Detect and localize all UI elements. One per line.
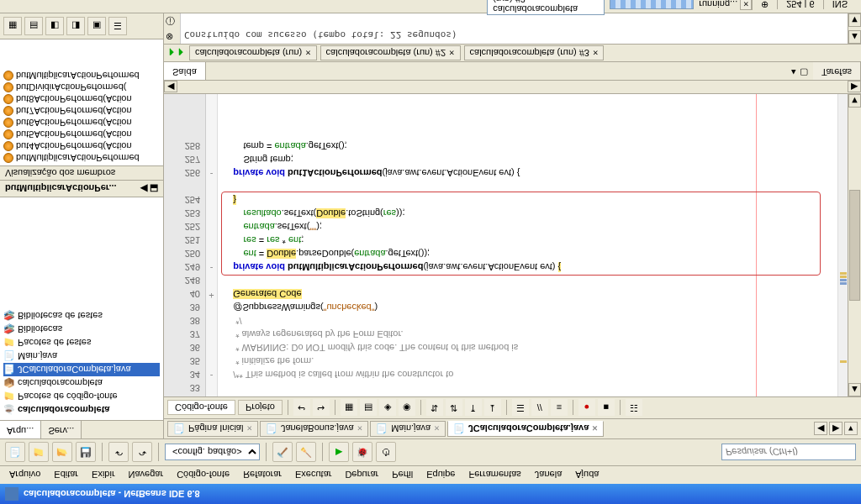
open-button[interactable]: 📂 [52,443,72,463]
output-run-tab[interactable]: calculadoracompleta (run) #3 × [464,45,605,60]
filter-icon[interactable]: ▣ [87,17,106,35]
menu-item[interactable]: Editar [48,469,84,482]
menu-item[interactable]: Ajuda [569,469,605,482]
tree-node[interactable]: 📦calculadoracompleta [3,376,160,390]
filter-icon[interactable]: ▦ [3,17,22,35]
filter-icon[interactable]: ◨ [66,17,85,35]
toolbar-icon[interactable]: ☰ [512,400,529,417]
close-run-icon[interactable]: × [305,48,310,58]
navigator-item[interactable]: but5ActionPerformed(Action [2,129,161,140]
code-line[interactable]: /** This method is called from within th… [223,368,832,381]
clean-build-button[interactable]: 🧹 [296,443,316,463]
history-back-icon[interactable]: ↩ [293,400,310,417]
code-line[interactable]: @SuppressWarnings("unchecked") [223,301,832,314]
filter-icon[interactable]: ☰ [108,17,127,35]
navigator-item[interactable]: but8ActionPerformed(Action [2,93,161,105]
new-project-button[interactable]: 📁 [29,443,49,463]
stop-icon[interactable]: ⊗ [166,29,179,42]
save-all-button[interactable]: 💾 [76,443,96,463]
fold-column[interactable]: -+-- [206,94,218,396]
code-line[interactable]: ent = Double.parseDouble(entrada.getText… [223,247,832,260]
output-text[interactable]: Construído com sucesso (tempo total: 22 … [181,13,848,44]
minimize-icon[interactable]: ▴ [791,65,796,79]
cancel-task-button[interactable]: × [740,0,752,11]
debug-button[interactable]: 🐞 [352,443,372,463]
navigator-item[interactable]: butMultiplicarActionPerformed [2,70,161,81]
horizontal-scrollbar[interactable]: ◀ ▶ [164,81,861,94]
run-button[interactable]: ▶ [329,443,349,463]
code-line[interactable]: */ [223,314,832,328]
code-content[interactable]: /** This method is called from within th… [218,94,837,396]
code-editor[interactable]: 3334353637383940248249250251252253254256… [164,94,861,396]
tree-node[interactable]: 📚Bibliotecas [3,323,160,336]
tree-node[interactable]: 📁Pacotes de testes [3,336,160,349]
history-fwd-icon[interactable]: ↪ [313,400,330,417]
config-select[interactable]: <config. padrão> [165,444,260,461]
code-line[interactable]: * WARNING: Do NOT modify this code. The … [223,341,832,354]
code-line[interactable]: String temp; [223,153,832,166]
code-line[interactable]: res = res * ent; [223,234,832,247]
navigator-item[interactable]: but6ActionPerformed(Action [2,117,161,129]
menu-item[interactable]: Arquivo [3,469,46,482]
source-view-button[interactable]: Código-fonte [167,401,235,416]
file-tab[interactable]: 📄JanelaBonus.java× [260,421,368,437]
toolbar-icon[interactable]: ⤓ [484,400,501,417]
scroll-right-button[interactable]: ▶ [848,81,861,93]
code-line[interactable] [223,274,832,287]
scroll-down-button[interactable]: ▼ [848,94,861,108]
left-tab[interactable]: Serv... [41,421,82,438]
record-macro-icon[interactable]: ● [578,400,595,417]
menu-item[interactable]: Executar [289,469,337,482]
code-line[interactable]: Generated Code [223,287,832,301]
redo-button[interactable]: ↷ [132,443,152,463]
code-line[interactable] [223,381,832,395]
navigator-list[interactable]: butMultiplicarActionPerformedbut4ActionP… [0,39,163,165]
menu-item[interactable]: Equipe [420,469,461,482]
file-tab[interactable]: 📄Página Inicial× [167,421,258,437]
maximize-icon[interactable]: ▢ [800,65,808,79]
tree-node[interactable]: 📄JCalculadoraCompleta.java [3,363,160,376]
code-line[interactable] [223,180,832,193]
vertical-scrollbar[interactable]: ▲ ▼ [848,94,861,396]
scroll-left-button[interactable]: ◀ [164,81,177,93]
menu-item[interactable]: Ferramentas [463,469,527,482]
filter-icon[interactable]: ▤ [24,17,43,35]
tree-node[interactable]: 📁Pacotes de código-fonte [3,390,160,403]
search-input[interactable] [721,444,856,461]
toolbar-icon[interactable]: ◉ [399,400,415,417]
filter-icon[interactable]: ◧ [45,17,64,35]
undo-button[interactable]: ↶ [108,443,129,463]
toolbar-icon[interactable]: ☷ [626,400,642,417]
menu-item[interactable]: Navegar [123,469,170,482]
toolbar-icon[interactable]: ⇅ [426,400,443,417]
left-tab[interactable]: Arqu... [0,421,41,438]
code-line[interactable]: } [223,193,832,207]
menu-item[interactable]: Exibir [86,469,121,482]
toolbar-icon[interactable]: // [531,400,548,417]
profile-button[interactable]: ⏱ [376,443,396,463]
close-tab-icon[interactable]: × [592,424,597,434]
file-tab[interactable]: 📄JCalculadoraCompleta.java× [447,421,604,437]
toolbar-icon[interactable]: ▤ [360,400,377,417]
file-tab[interactable]: 📄Main.java× [370,421,446,437]
menu-item[interactable]: Perfil [386,469,419,482]
toolbar-icon[interactable]: ≡ [551,400,568,417]
tree-root[interactable]: ☕calculadoracompleta [3,403,160,417]
output-tab-tarefas[interactable]: Tarefas [813,63,861,81]
navigator-item[interactable]: but4ActionPerformed(Action [2,140,161,152]
close-run-icon[interactable]: × [449,48,454,58]
menu-item[interactable]: Refatorar [237,469,288,482]
close-tab-icon[interactable]: × [357,424,362,434]
build-button[interactable]: 🔨 [272,443,293,463]
tab-right-button[interactable]: ▶ [829,423,843,436]
navigator-view-select[interactable]: Visualização dos membros [0,165,163,180]
toolbar-icon[interactable]: ⇵ [446,400,462,417]
code-line[interactable]: * always regenerated by the Form Editor. [223,328,832,341]
output-tab-saida[interactable]: Saída [164,63,206,81]
tree-node[interactable]: 📄Main.java [3,349,160,363]
code-line[interactable]: private void but1ActionPerformed(java.aw… [223,166,832,180]
code-line[interactable]: private void butMultiplicarActionPerform… [223,260,832,274]
toolbar-icon[interactable]: ◈ [379,400,396,417]
code-line[interactable]: entrada.setText(""); [223,220,832,234]
new-file-button[interactable]: 📄 [5,443,25,463]
